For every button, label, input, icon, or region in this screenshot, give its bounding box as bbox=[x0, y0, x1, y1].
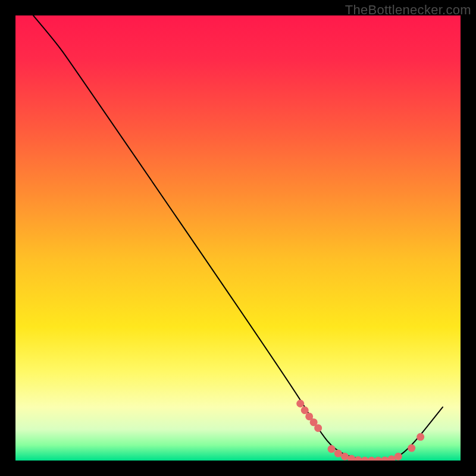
curve-marker bbox=[314, 424, 322, 432]
chart-frame: TheBottlenecker.com bbox=[0, 0, 476, 476]
watermark-label: TheBottlenecker.com bbox=[345, 2, 471, 18]
curve-marker bbox=[416, 433, 424, 441]
curve-marker bbox=[408, 444, 415, 452]
curve-marker bbox=[301, 406, 309, 414]
curve-marker bbox=[341, 453, 349, 461]
curve-marker bbox=[334, 450, 342, 458]
bottleneck-curve-chart bbox=[15, 15, 461, 461]
curve-marker bbox=[394, 453, 402, 461]
plot-area bbox=[15, 15, 461, 461]
curve-marker bbox=[296, 400, 304, 408]
gradient-background bbox=[15, 15, 461, 461]
curve-marker bbox=[328, 445, 336, 453]
